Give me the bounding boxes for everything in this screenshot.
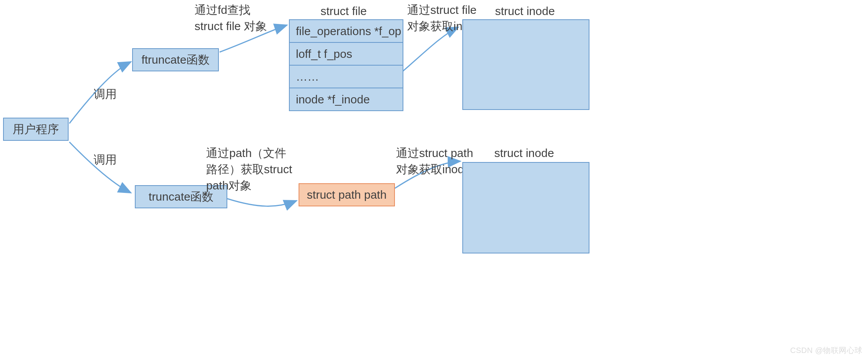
call-label-bottom: 调用 bbox=[94, 152, 117, 168]
arrows-layer bbox=[0, 0, 868, 358]
path-lookup-label: 通过path（文件 路径）获取struct path对象 bbox=[206, 145, 292, 194]
user-program-label: 用户程序 bbox=[13, 122, 59, 137]
struct-file-row-finode: inode *f_inode bbox=[290, 88, 403, 110]
struct-path-to-inode-line1: 通过struct path bbox=[396, 145, 473, 161]
path-lookup-line3: path对象 bbox=[206, 177, 292, 194]
path-lookup-line1: 通过path（文件 bbox=[206, 145, 292, 161]
fd-lookup-line1: 通过fd查找 bbox=[195, 2, 267, 18]
struct-inode-top-box bbox=[462, 19, 589, 110]
struct-path-to-inode-label: 通过struct path 对象获取inode bbox=[396, 145, 473, 177]
watermark: CSDN @物联网心球 bbox=[790, 345, 863, 356]
struct-file-to-inode-line1: 通过struct file bbox=[407, 2, 482, 18]
struct-file-row-fop: file_operations *f_op bbox=[290, 20, 403, 43]
ftruncate-func-label: ftruncate函数 bbox=[141, 52, 210, 68]
user-program-box: 用户程序 bbox=[3, 118, 69, 141]
struct-path-path-box: struct path path bbox=[299, 183, 395, 206]
struct-inode-top-title: struct inode bbox=[495, 3, 555, 19]
ftruncate-func-box: ftruncate函数 bbox=[132, 48, 219, 71]
fd-lookup-line2: struct file 对象 bbox=[195, 18, 267, 34]
struct-file-row-fpos: loff_t f_pos bbox=[290, 43, 403, 66]
struct-inode-bottom-box bbox=[462, 162, 589, 253]
struct-inode-bottom-title: struct inode bbox=[494, 145, 554, 161]
struct-file-title: struct file bbox=[321, 3, 367, 19]
call-label-top: 调用 bbox=[94, 86, 117, 102]
fd-lookup-label: 通过fd查找 struct file 对象 bbox=[195, 2, 267, 34]
struct-file-row-ellipsis: …… bbox=[290, 66, 403, 88]
truncate-func-label: truncate函数 bbox=[149, 189, 213, 205]
path-lookup-line2: 路径）获取struct bbox=[206, 161, 292, 177]
struct-path-path-label: struct path path bbox=[307, 188, 387, 201]
struct-path-to-inode-line2: 对象获取inode bbox=[396, 161, 473, 177]
struct-file-table: file_operations *f_op loff_t f_pos …… in… bbox=[289, 19, 403, 111]
